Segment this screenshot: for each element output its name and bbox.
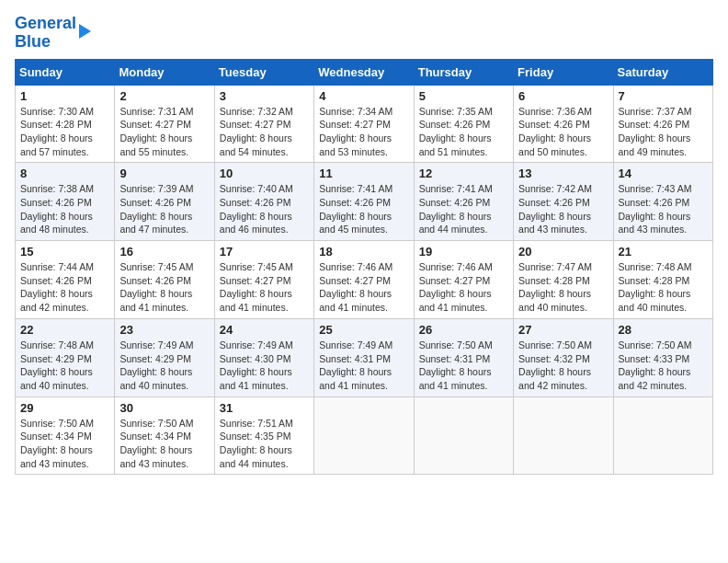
calendar-cell: 25 Sunrise: 7:49 AMSunset: 4:31 PMDaylig… (314, 318, 414, 396)
logo: GeneralBlue (15, 15, 91, 52)
calendar-cell: 9 Sunrise: 7:39 AMSunset: 4:26 PMDayligh… (115, 163, 214, 241)
day-info: Sunrise: 7:36 AMSunset: 4:26 PMDaylight:… (518, 106, 592, 157)
day-number: 18 (319, 245, 408, 259)
day-number: 13 (518, 167, 608, 180)
day-number: 27 (518, 323, 608, 337)
day-info: Sunrise: 7:38 AMSunset: 4:26 PMDaylight:… (20, 183, 94, 235)
day-number: 19 (419, 245, 508, 259)
calendar-cell: 22 Sunrise: 7:48 AMSunset: 4:29 PMDaylig… (16, 318, 115, 396)
day-info: Sunrise: 7:46 AMSunset: 4:27 PMDaylight:… (319, 261, 392, 313)
day-number: 16 (119, 245, 209, 259)
calendar-cell: 16 Sunrise: 7:45 AMSunset: 4:26 PMDaylig… (115, 241, 214, 319)
calendar-cell: 13 Sunrise: 7:42 AMSunset: 4:26 PMDaylig… (514, 163, 613, 241)
calendar-cell: 11 Sunrise: 7:41 AMSunset: 4:26 PMDaylig… (314, 163, 414, 241)
day-info: Sunrise: 7:50 AMSunset: 4:34 PMDaylight:… (20, 418, 94, 469)
calendar-cell: 8 Sunrise: 7:38 AMSunset: 4:26 PMDayligh… (16, 163, 115, 241)
day-info: Sunrise: 7:51 AMSunset: 4:35 PMDaylight:… (220, 418, 293, 469)
day-info: Sunrise: 7:39 AMSunset: 4:26 PMDaylight:… (119, 183, 193, 235)
calendar-cell: 3 Sunrise: 7:32 AMSunset: 4:27 PMDayligh… (214, 85, 313, 163)
calendar-cell: 10 Sunrise: 7:40 AMSunset: 4:26 PMDaylig… (214, 163, 313, 241)
logo-text: GeneralBlue (15, 15, 76, 52)
day-number: 3 (220, 89, 309, 103)
day-number: 2 (119, 89, 209, 103)
day-info: Sunrise: 7:45 AMSunset: 4:26 PMDaylight:… (119, 261, 193, 313)
calendar-cell: 26 Sunrise: 7:50 AMSunset: 4:31 PMDaylig… (414, 318, 513, 396)
day-number: 10 (220, 167, 309, 180)
day-number: 5 (419, 89, 508, 103)
day-number: 31 (220, 401, 309, 415)
day-header-thursday: Thursday (414, 59, 513, 85)
day-number: 14 (619, 167, 708, 180)
calendar-cell: 6 Sunrise: 7:36 AMSunset: 4:26 PMDayligh… (514, 85, 613, 163)
day-info: Sunrise: 7:45 AMSunset: 4:27 PMDaylight:… (220, 261, 293, 313)
day-info: Sunrise: 7:30 AMSunset: 4:28 PMDaylight:… (20, 106, 94, 157)
calendar-cell: 30 Sunrise: 7:50 AMSunset: 4:34 PMDaylig… (115, 396, 214, 475)
day-info: Sunrise: 7:49 AMSunset: 4:29 PMDaylight:… (119, 339, 193, 391)
day-number: 23 (119, 323, 209, 337)
calendar-cell: 23 Sunrise: 7:49 AMSunset: 4:29 PMDaylig… (115, 318, 214, 396)
calendar-cell: 20 Sunrise: 7:47 AMSunset: 4:28 PMDaylig… (514, 241, 613, 319)
calendar-cell: 7 Sunrise: 7:37 AMSunset: 4:26 PMDayligh… (613, 85, 712, 163)
calendar-cell: 24 Sunrise: 7:49 AMSunset: 4:30 PMDaylig… (214, 318, 313, 396)
day-header-wednesday: Wednesday (314, 59, 414, 85)
day-number: 26 (419, 323, 508, 337)
day-info: Sunrise: 7:50 AMSunset: 4:31 PMDaylight:… (419, 339, 493, 391)
calendar-week-3: 15 Sunrise: 7:44 AMSunset: 4:26 PMDaylig… (16, 241, 713, 319)
calendar-cell: 2 Sunrise: 7:31 AMSunset: 4:27 PMDayligh… (115, 85, 214, 163)
day-number: 22 (20, 323, 109, 337)
calendar-cell (514, 396, 613, 475)
calendar-cell (414, 396, 513, 475)
day-number: 6 (518, 89, 608, 103)
day-header-monday: Monday (115, 59, 214, 85)
calendar-cell (314, 396, 414, 475)
day-number: 30 (119, 401, 209, 415)
day-number: 9 (119, 167, 209, 180)
day-number: 24 (220, 323, 309, 337)
day-info: Sunrise: 7:50 AMSunset: 4:33 PMDaylight:… (619, 339, 692, 391)
day-info: Sunrise: 7:31 AMSunset: 4:27 PMDaylight:… (119, 106, 193, 157)
day-info: Sunrise: 7:42 AMSunset: 4:26 PMDaylight:… (518, 183, 592, 235)
day-info: Sunrise: 7:49 AMSunset: 4:30 PMDaylight:… (220, 339, 293, 391)
header: GeneralBlue (15, 15, 713, 52)
calendar-cell: 27 Sunrise: 7:50 AMSunset: 4:32 PMDaylig… (514, 318, 613, 396)
day-header-tuesday: Tuesday (214, 59, 313, 85)
calendar-cell: 14 Sunrise: 7:43 AMSunset: 4:26 PMDaylig… (613, 163, 712, 241)
calendar-cell: 18 Sunrise: 7:46 AMSunset: 4:27 PMDaylig… (314, 241, 414, 319)
day-info: Sunrise: 7:35 AMSunset: 4:26 PMDaylight:… (419, 106, 493, 157)
calendar-cell: 28 Sunrise: 7:50 AMSunset: 4:33 PMDaylig… (613, 318, 712, 396)
day-number: 11 (319, 167, 408, 180)
day-info: Sunrise: 7:44 AMSunset: 4:26 PMDaylight:… (20, 261, 94, 313)
day-info: Sunrise: 7:37 AMSunset: 4:26 PMDaylight:… (619, 106, 692, 157)
calendar-cell: 5 Sunrise: 7:35 AMSunset: 4:26 PMDayligh… (414, 85, 513, 163)
calendar-cell: 4 Sunrise: 7:34 AMSunset: 4:27 PMDayligh… (314, 85, 414, 163)
day-info: Sunrise: 7:47 AMSunset: 4:28 PMDaylight:… (518, 261, 592, 313)
day-info: Sunrise: 7:32 AMSunset: 4:27 PMDaylight:… (220, 106, 293, 157)
day-number: 29 (20, 401, 109, 415)
day-info: Sunrise: 7:46 AMSunset: 4:27 PMDaylight:… (419, 261, 493, 313)
calendar-week-4: 22 Sunrise: 7:48 AMSunset: 4:29 PMDaylig… (16, 318, 713, 396)
calendar-table: SundayMondayTuesdayWednesdayThursdayFrid… (15, 59, 713, 476)
calendar-cell: 12 Sunrise: 7:41 AMSunset: 4:26 PMDaylig… (414, 163, 513, 241)
day-number: 28 (619, 323, 708, 337)
day-number: 20 (518, 245, 608, 259)
day-number: 25 (319, 323, 408, 337)
calendar-cell: 17 Sunrise: 7:45 AMSunset: 4:27 PMDaylig… (214, 241, 313, 319)
day-info: Sunrise: 7:48 AMSunset: 4:28 PMDaylight:… (619, 261, 692, 313)
day-info: Sunrise: 7:34 AMSunset: 4:27 PMDaylight:… (319, 106, 392, 157)
calendar-cell: 1 Sunrise: 7:30 AMSunset: 4:28 PMDayligh… (16, 85, 115, 163)
calendar-cell: 21 Sunrise: 7:48 AMSunset: 4:28 PMDaylig… (613, 241, 712, 319)
day-header-sunday: Sunday (16, 59, 115, 85)
day-info: Sunrise: 7:50 AMSunset: 4:34 PMDaylight:… (119, 418, 193, 469)
day-header-saturday: Saturday (613, 59, 712, 85)
calendar-cell: 15 Sunrise: 7:44 AMSunset: 4:26 PMDaylig… (16, 241, 115, 319)
day-info: Sunrise: 7:49 AMSunset: 4:31 PMDaylight:… (319, 339, 392, 391)
calendar-week-1: 1 Sunrise: 7:30 AMSunset: 4:28 PMDayligh… (16, 85, 713, 163)
day-info: Sunrise: 7:43 AMSunset: 4:26 PMDaylight:… (619, 183, 692, 235)
calendar-week-5: 29 Sunrise: 7:50 AMSunset: 4:34 PMDaylig… (16, 396, 713, 475)
calendar-cell (613, 396, 712, 475)
calendar-cell: 19 Sunrise: 7:46 AMSunset: 4:27 PMDaylig… (414, 241, 513, 319)
day-number: 15 (20, 245, 109, 259)
day-info: Sunrise: 7:41 AMSunset: 4:26 PMDaylight:… (419, 183, 493, 235)
day-number: 8 (20, 167, 109, 180)
day-number: 17 (220, 245, 309, 259)
